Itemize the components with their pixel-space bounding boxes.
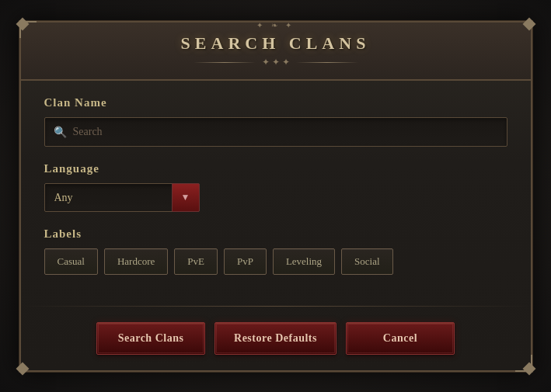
restore-defaults-button[interactable]: Restore Defaults bbox=[214, 322, 337, 355]
search-clans-dialog: SEARCH CLANS ✦ ✦ ✦ Clan Name 🔍 Language … bbox=[19, 21, 532, 372]
label-tag-pve[interactable]: PvE bbox=[174, 248, 218, 275]
clan-name-label: Clan Name bbox=[44, 96, 507, 109]
label-tag-hardcore[interactable]: Hardcore bbox=[104, 248, 168, 275]
language-section: Language Any English French German Spani… bbox=[44, 162, 507, 212]
label-tag-social[interactable]: Social bbox=[341, 248, 393, 275]
label-tag-leveling[interactable]: Leveling bbox=[273, 248, 335, 275]
cancel-button[interactable]: Cancel bbox=[346, 322, 455, 355]
clan-name-field-wrapper: 🔍 bbox=[44, 117, 507, 147]
ornament-line: ✦ ✦ ✦ bbox=[44, 57, 507, 68]
dialog-content: Clan Name 🔍 Language Any English French … bbox=[21, 81, 531, 298]
language-select[interactable]: Any English French German Spanish bbox=[44, 183, 200, 212]
label-tag-pvp[interactable]: PvP bbox=[224, 248, 267, 275]
corner-decoration-br bbox=[523, 363, 535, 375]
language-label: Language bbox=[44, 162, 507, 175]
labels-label: Labels bbox=[44, 227, 507, 241]
search-clans-button[interactable]: Search Clans bbox=[96, 322, 205, 355]
divider bbox=[21, 306, 531, 307]
dialog-title: SEARCH CLANS bbox=[44, 33, 507, 54]
title-bar: SEARCH CLANS ✦ ✦ ✦ bbox=[21, 23, 531, 81]
corner-decoration-tr bbox=[523, 18, 535, 30]
label-buttons-group: Casual Hardcore PvE PvP Leveling Social bbox=[44, 248, 507, 275]
clan-name-input[interactable] bbox=[44, 117, 507, 147]
button-row: Search Clans Restore Defaults Cancel bbox=[21, 322, 531, 355]
corner-decoration-tl bbox=[16, 18, 29, 30]
ornament-center: ✦ ✦ ✦ bbox=[262, 57, 290, 68]
corner-decoration-bl bbox=[16, 363, 29, 375]
labels-section: Labels Casual Hardcore PvE PvP Leveling … bbox=[44, 227, 507, 275]
language-dropdown-wrapper: Any English French German Spanish ▼ bbox=[44, 183, 200, 212]
label-tag-casual[interactable]: Casual bbox=[44, 248, 98, 275]
